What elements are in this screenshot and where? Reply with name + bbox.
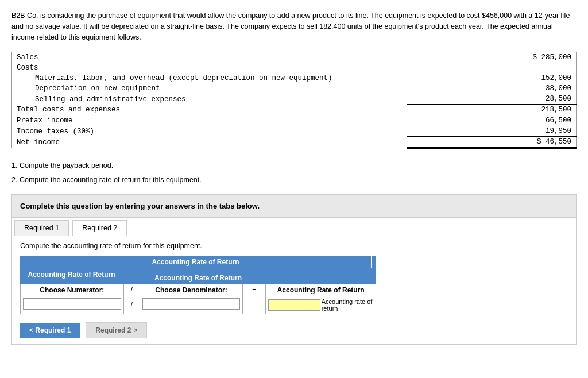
tabs-header: Required 1 Required 2 xyxy=(12,218,576,236)
required2-chevron: > xyxy=(133,326,137,334)
denominator-input[interactable] xyxy=(142,298,241,310)
row-label: Sales xyxy=(12,52,407,63)
row-value: 152,000 xyxy=(407,73,577,83)
arr-table: Accounting Rate of Return Choose Numerat… xyxy=(20,272,568,314)
row-label: Pretax income xyxy=(12,115,407,126)
intro-paragraph: B2B Co. is considering the purchase of e… xyxy=(11,10,577,43)
row-label: Net income xyxy=(12,137,407,148)
complete-question-box: Complete this question by entering your … xyxy=(12,195,576,217)
row-label: Income taxes (30%) xyxy=(12,126,407,137)
arr-numerator-label: Choose Numerator: xyxy=(21,284,124,296)
row-label: Costs xyxy=(12,63,407,73)
arr-title-row: Accounting Rate of Return xyxy=(20,272,376,284)
income-statement-table: Sales $ 285,000 Costs Materials, labor, … xyxy=(11,52,577,149)
tab2-content: Compute the accounting rate of return fo… xyxy=(12,236,576,344)
arr-slash-cell: / xyxy=(124,296,140,314)
required1-button[interactable]: < Required 1 xyxy=(20,323,80,338)
arr-denominator-cell xyxy=(140,296,243,314)
row-label: Selling and administrative expenses xyxy=(12,94,407,105)
questions-section: 1. Compute the payback period. 2. Comput… xyxy=(11,159,577,186)
arr-equals-cell: = xyxy=(243,296,266,314)
table-row: Depreciation on new equipment 38,000 xyxy=(12,83,577,94)
result-sublabel: Accounting rate of return xyxy=(322,298,373,312)
row-value: 38,000 xyxy=(407,83,577,94)
row-label: Total costs and expenses xyxy=(12,105,407,115)
tab-required1[interactable]: Required 1 xyxy=(14,220,69,236)
complete-box-text: Complete this question by entering your … xyxy=(20,202,260,210)
nav-buttons: < Required 1 Required 2 > xyxy=(20,322,568,338)
required2-button[interactable]: Required 2 > xyxy=(86,322,147,338)
question-1: 1. Compute the payback period. xyxy=(11,159,577,172)
row-value: $ 46,550 xyxy=(407,137,577,148)
arr-header-title: Accounting Rate of Return xyxy=(20,256,372,268)
row-value: $ 285,000 xyxy=(407,52,577,63)
table-row: Pretax income 66,500 xyxy=(12,115,577,126)
arr-result-label: Accounting Rate of Return xyxy=(266,284,376,296)
table-row: Income taxes (30%) 19,950 xyxy=(12,126,577,137)
row-label: Depreciation on new equipment xyxy=(12,83,407,94)
table-row: Total costs and expenses 218,500 xyxy=(12,105,577,115)
result-input[interactable] xyxy=(268,299,320,311)
question-2: 2. Compute the accounting rate of return… xyxy=(11,173,577,187)
arr-header-row: Accounting Rate of Return xyxy=(20,256,376,268)
tab-required2[interactable]: Required 2 xyxy=(72,220,127,236)
table-row: Sales $ 285,000 xyxy=(12,52,577,63)
table-row: Net income $ 46,550 xyxy=(12,137,577,148)
row-value: 66,500 xyxy=(407,115,577,126)
arr-denominator-label: Choose Denominator: xyxy=(140,284,243,296)
arr-input-row: / = Accounting rate of return xyxy=(20,296,376,314)
required2-label: Required 2 xyxy=(95,326,131,334)
arr-labels-row: Choose Numerator: / Choose Denominator: … xyxy=(20,284,376,296)
arr-equals-label: = xyxy=(243,284,266,296)
row-value: 218,500 xyxy=(407,105,577,115)
tab2-instruction: Compute the accounting rate of return fo… xyxy=(20,242,568,250)
table-row: Selling and administrative expenses 28,5… xyxy=(12,94,577,105)
arr-result-cell: Accounting rate of return xyxy=(266,296,376,314)
table-row: Costs xyxy=(12,63,577,73)
question-section-wrapper: Complete this question by entering your … xyxy=(11,194,577,345)
row-value: 28,500 xyxy=(407,94,577,105)
row-label: Materials, labor, and overhead (except d… xyxy=(12,73,407,83)
row-value: 19,950 xyxy=(407,126,577,137)
arr-slash-label: / xyxy=(124,284,140,296)
row-value xyxy=(407,63,577,73)
arr-title-cell: Accounting Rate of Return xyxy=(20,272,376,284)
numerator-input[interactable] xyxy=(23,298,121,310)
arr-numerator-cell xyxy=(21,296,124,314)
table-row: Materials, labor, and overhead (except d… xyxy=(12,73,577,83)
